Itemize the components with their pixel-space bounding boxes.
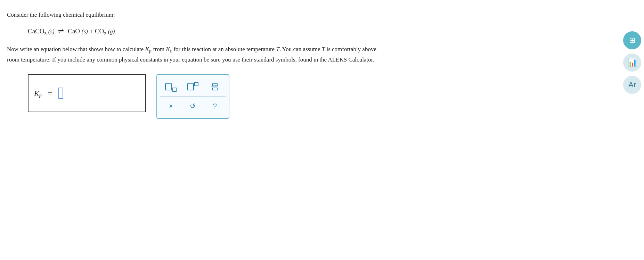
subscript-icon: [165, 83, 177, 90]
equation-input-box[interactable]: Kp =: [28, 74, 146, 112]
toolbar-row-2: × ↺ ?: [160, 96, 226, 115]
chemical-equation: CaCO3 (s) ⇌ CaO (s) + CO2 (g): [28, 26, 623, 37]
cao-state: (s): [82, 28, 88, 35]
fraction-top: [212, 83, 218, 86]
chart-icon: 📊: [628, 58, 637, 67]
intro-text: Consider the following chemical equilibr…: [7, 10, 623, 19]
equilibrium-arrow: ⇌: [58, 27, 64, 35]
intro-label: Consider the following chemical equilibr…: [7, 11, 115, 18]
desc-part2: for this reaction at an absolute tempera…: [173, 46, 376, 52]
superscript-big-sq: [187, 83, 194, 90]
kp-label: Kp: [34, 88, 42, 99]
periodic-table-button[interactable]: Ar: [623, 76, 641, 94]
calculator-button[interactable]: ⊞: [623, 31, 641, 49]
caco3-sub3: 3: [44, 31, 47, 36]
help-icon: ?: [213, 102, 217, 110]
math-toolbar: × ↺ ?: [156, 74, 229, 119]
undo-button[interactable]: ↺: [185, 99, 201, 113]
toolbar-row-1: [160, 78, 226, 96]
fraction-line: [211, 87, 218, 87]
k-letter: K: [34, 88, 39, 99]
fraction-button[interactable]: [206, 80, 223, 94]
cursor-block: [58, 88, 63, 99]
calculator-icon: ⊞: [629, 36, 635, 45]
subscript-small-sq: [172, 88, 177, 92]
co2-state: (g): [108, 28, 115, 35]
desc-kc: Kc: [166, 46, 172, 52]
fraction-bottom: [212, 88, 218, 90]
superscript-small-sq: [194, 82, 198, 86]
page-container: Consider the following chemical equilibr…: [0, 0, 644, 260]
work-area: Kp =: [28, 74, 623, 119]
caco3-state: (s): [48, 28, 55, 35]
superscript-icon: [187, 83, 198, 90]
desc-from: from: [153, 46, 166, 52]
fraction-icon: [211, 83, 218, 90]
undo-icon: ↺: [190, 102, 196, 110]
p-sub: p: [39, 92, 42, 99]
description-text: Now write an equation below that shows h…: [7, 44, 623, 64]
help-button[interactable]: ?: [206, 99, 223, 113]
chem-eq-text: CaCO3 (s) ⇌ CaO (s) + CO2 (g): [28, 26, 115, 37]
kc-subscript: c: [170, 48, 172, 54]
subscript-button[interactable]: [163, 80, 179, 94]
desc-part1: Now write an equation below that shows h…: [7, 46, 152, 52]
sidebar: ⊞ 📊 Ar: [620, 28, 644, 97]
desc-part3: room temperature. If you include any com…: [7, 56, 374, 63]
superscript-button[interactable]: [185, 80, 201, 94]
times-button[interactable]: ×: [163, 99, 179, 113]
kp-subscript: p: [149, 48, 152, 54]
co2-sub2: 2: [104, 31, 106, 36]
subscript-big-sq: [165, 83, 172, 90]
periodic-table-icon: Ar: [628, 80, 636, 89]
chart-button[interactable]: 📊: [623, 54, 641, 72]
equals-sign: =: [48, 88, 52, 99]
times-icon: ×: [169, 102, 173, 110]
